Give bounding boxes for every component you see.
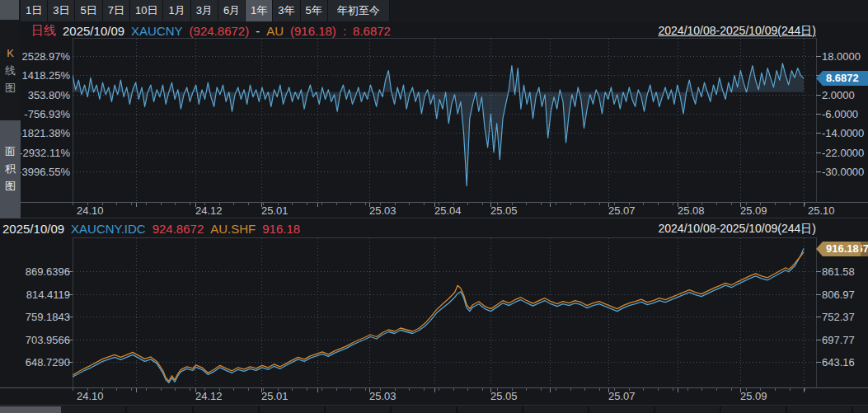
top-x-label: 25.05	[490, 204, 518, 217]
period-tab-3年[interactable]: 3年	[273, 0, 300, 21]
bottom-x-label: 25.07	[608, 390, 636, 402]
bottom-y-label-right: 806.97	[822, 288, 855, 300]
symbol1-label: XAUCNY.IDC	[71, 222, 146, 236]
top-y-label-right: -14.0000	[822, 127, 864, 139]
bottom-x-label: 25.01	[261, 390, 289, 402]
chart-type-sidebar: K线图面积图	[0, 21, 21, 218]
scrollbar-separator	[654, 406, 655, 413]
symbol2-value: (916.18)	[290, 24, 336, 38]
scrollbar-separator	[456, 406, 457, 413]
chart-type-char: 线	[5, 65, 16, 77]
period-tab-6月[interactable]: 6月	[218, 0, 246, 21]
symbol1-value: 924.8672	[152, 222, 204, 236]
top-date-range[interactable]: 2024/10/08-2025/10/09(244日)	[659, 24, 816, 39]
bottom-x-label: 25.05	[490, 390, 518, 402]
period-tab-1年[interactable]: 1年	[246, 0, 273, 21]
separator-dash: -	[256, 24, 260, 38]
scrollbar-separator	[720, 406, 721, 413]
chart-type-char: K	[7, 48, 14, 59]
period-tab-年初至今[interactable]: 年初至今	[328, 0, 390, 21]
period-label: 日线	[31, 23, 56, 39]
chart-type-tab-面积图[interactable]: 面积图	[0, 120, 21, 219]
bottom-x-label: 25.03	[369, 390, 396, 402]
period-tab-5年[interactable]: 5年	[301, 0, 328, 21]
period-tab-5日[interactable]: 5日	[75, 0, 102, 21]
chart-type-char: 图	[5, 181, 16, 192]
top-y-label-right: 18.0000	[822, 50, 861, 63]
scrollbar-separator	[192, 406, 194, 413]
bottom-y-label-left: 759.1843	[0, 311, 70, 323]
colon: :	[343, 24, 346, 38]
top-x-label: 25.03	[369, 204, 396, 217]
bottom-y-label-right: 643.16	[822, 356, 855, 368]
top-y-label-right: -22.0000	[822, 146, 864, 158]
symbol2-label: AU.SHF	[210, 222, 256, 236]
corner-square[interactable]	[0, 0, 19, 20]
top-x-label: 25.09	[740, 204, 767, 217]
period-tabbar: 1日3日5日7日10日1月3月6月1年3年5年年初至今	[0, 0, 868, 21]
bottom-y-label-left: 648.7290	[0, 356, 70, 368]
period-tab-7日[interactable]: 7日	[103, 0, 130, 21]
spread-value: 8.6872	[353, 24, 391, 38]
period-tab-3日[interactable]: 3日	[48, 0, 75, 21]
scrollbar-separator	[125, 406, 127, 413]
bottom-date-range: 2024/10/08-2025/10/09(244日)	[659, 222, 816, 237]
bottom-y-label-right: 697.77	[822, 333, 855, 345]
time-scrollbar[interactable]	[0, 406, 868, 413]
chart-type-char: 图	[5, 82, 16, 94]
scrollbar-separator	[588, 406, 589, 413]
top-x-label: 25.07	[608, 204, 636, 217]
bottom-y-label-left: 814.4119	[0, 288, 70, 300]
symbol2-value: 916.18	[262, 222, 300, 236]
bottom-x-label: 25.09	[740, 390, 767, 402]
top-pane-header: 日线 2025/10/09 XAUCNY (924.8672) - AU (91…	[31, 22, 391, 39]
symbol2-label: AU	[266, 24, 284, 38]
bottom-y-label-left: 869.6396	[0, 265, 70, 278]
top-y-label-right: -6.0000	[822, 108, 858, 120]
chart-type-tab-K线图[interactable]: K线图	[0, 21, 21, 120]
date-label: 2025/10/09	[2, 222, 64, 236]
trading-terminal: 1日3日5日7日10日1月3月6月1年3年5年年初至今 K线图面积图 日线 20…	[0, 0, 868, 413]
period-tab-3月[interactable]: 3月	[191, 0, 218, 21]
top-x-label: 25.08	[678, 204, 705, 217]
chart-type-char: 面	[5, 146, 16, 157]
period-tab-10日[interactable]: 10日	[130, 0, 163, 21]
scrollbar-separator	[324, 406, 326, 413]
top-x-label: 25.10	[808, 204, 835, 217]
symbol1-value: (924.8672)	[190, 24, 250, 38]
top-y-label-right: 2.0000	[822, 88, 855, 101]
top-x-label: 25.01	[261, 204, 289, 217]
symbol1-label: XAUCNY	[131, 24, 183, 38]
scrollbar-separator	[852, 406, 853, 413]
tabbar-filler	[390, 0, 868, 21]
bottom-x-label: 24.10	[77, 390, 104, 402]
scrollbar-separator	[786, 406, 787, 413]
scrollbar-separator	[390, 406, 392, 413]
period-tab-1日[interactable]: 1日	[21, 0, 48, 21]
top-x-label: 24.10	[77, 204, 104, 217]
scrollbar-separator	[258, 406, 260, 413]
bottom-y-label-right: 752.37	[822, 311, 855, 323]
top-x-label: 25.04	[434, 204, 462, 217]
top-x-label: 24.12	[195, 204, 223, 217]
top-y-label-right: -30.0000	[822, 166, 864, 178]
chart-type-char: 积	[5, 163, 16, 175]
spread-price-badge: 8.6872	[816, 71, 868, 86]
bottom-y-label-right: 861.58	[822, 265, 855, 278]
scrollbar-thumb[interactable]	[0, 406, 61, 413]
bottom-y-label-left: 703.9566	[0, 333, 70, 345]
bottom-pane-header: 2025/10/09 XAUCNY.IDC 924.8672 AU.SHF 91…	[2, 220, 300, 237]
date-label: 2025/10/09	[63, 24, 124, 38]
bottom-x-label: 24.12	[195, 390, 223, 402]
period-tab-1月[interactable]: 1月	[163, 0, 190, 21]
au-price-badge: 916.18	[816, 242, 861, 256]
scrollbar-separator	[522, 406, 523, 413]
